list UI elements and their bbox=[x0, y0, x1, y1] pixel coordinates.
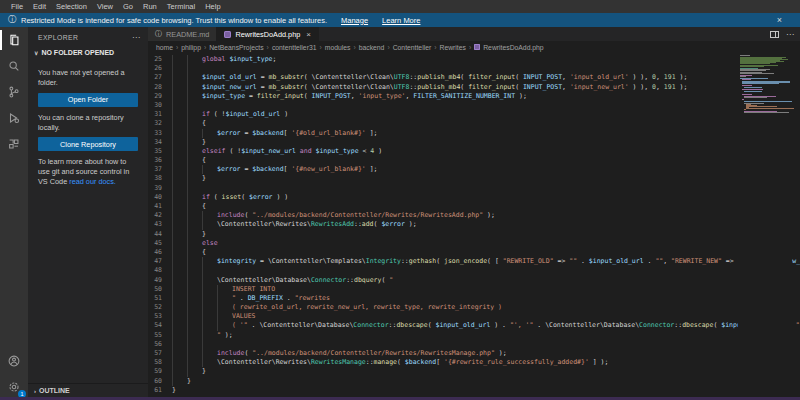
code-line[interactable]: 59} bbox=[148, 367, 800, 376]
read-our-docs-link[interactable]: read our docs. bbox=[69, 177, 116, 186]
menu-item-run[interactable]: Run bbox=[138, 0, 162, 13]
code-line[interactable]: 27$input_old_url = mb_substr( \Contentte… bbox=[148, 73, 800, 82]
menu-item-go[interactable]: Go bbox=[118, 0, 138, 13]
code-line[interactable]: 28$input_new_url = mb_substr( \Contentte… bbox=[148, 83, 800, 92]
breadcrumb-segment[interactable]: contentteller31 bbox=[272, 44, 317, 51]
chevron-right-icon: › bbox=[34, 388, 36, 394]
breadcrumb-segment[interactable]: Rewrites bbox=[439, 44, 465, 51]
code-line[interactable]: 43\Contentteller\Rewrites\RewritesAdd::a… bbox=[148, 220, 800, 229]
line-number: 48 bbox=[148, 266, 168, 275]
minimap-row bbox=[740, 70, 766, 71]
code-line[interactable]: 49\Contentteller\Database\Connector::dbq… bbox=[148, 276, 800, 285]
close-icon[interactable]: × bbox=[306, 30, 311, 39]
code-line[interactable]: 58\Contentteller\Rewrites\RewritesManage… bbox=[148, 358, 800, 367]
extensions-icon[interactable] bbox=[0, 131, 28, 157]
code-line[interactable]: 25global $input_type; bbox=[148, 55, 800, 64]
line-number: 44 bbox=[148, 230, 168, 239]
sidebar-more-actions-icon[interactable]: ⋯ bbox=[132, 33, 140, 42]
run-debug-icon[interactable] bbox=[0, 105, 28, 131]
editor-group: ⓘREADME.mdRewritesDoAdd.php× ⋯ home›phil… bbox=[148, 27, 800, 400]
manage-link[interactable]: Manage bbox=[341, 16, 368, 25]
banner-message: Restricted Mode is intended for safe cod… bbox=[21, 16, 327, 25]
breadcrumb-separator: › bbox=[469, 44, 471, 51]
minimap-row bbox=[740, 63, 770, 64]
code-line[interactable]: 54( '" . \Contentteller\Database\Connect… bbox=[148, 321, 800, 330]
menu-item-terminal[interactable]: Terminal bbox=[162, 0, 200, 13]
breadcrumb-segment[interactable]: Contentteller bbox=[393, 44, 432, 51]
minimap-row bbox=[744, 109, 746, 110]
learn-more-link[interactable]: Learn More bbox=[382, 16, 420, 25]
code-line[interactable]: 45else bbox=[148, 239, 800, 248]
outline-label: OUTLINE bbox=[39, 387, 70, 394]
code-line[interactable]: 57include( "../modules/backend/Contentte… bbox=[148, 349, 800, 358]
info-file-icon: ⓘ bbox=[155, 29, 162, 39]
source-control-icon[interactable] bbox=[0, 79, 28, 105]
code-line[interactable]: 51" . DB_PREFIX . "rewrites bbox=[148, 294, 800, 303]
code-line[interactable]: 40if ( isset( $error ) ) bbox=[148, 193, 800, 202]
menu-item-file[interactable]: File bbox=[6, 0, 28, 13]
code-line[interactable]: 30 bbox=[148, 101, 800, 110]
code-editor[interactable]: 25global $input_type;2627$input_old_url … bbox=[148, 53, 800, 400]
menu-item-edit[interactable]: Edit bbox=[28, 0, 51, 13]
tab-readme-md[interactable]: ⓘREADME.md bbox=[148, 27, 217, 41]
line-number: 40 bbox=[148, 193, 168, 202]
code-line[interactable]: 55" ); bbox=[148, 331, 800, 340]
php-icon bbox=[474, 44, 480, 50]
clone-repository-button[interactable]: Clone Repository bbox=[38, 137, 138, 151]
code-line[interactable]: 26 bbox=[148, 64, 800, 73]
code-line[interactable]: 29$input_type = filter_input( INPUT_POST… bbox=[148, 92, 800, 101]
code-line[interactable]: 34} bbox=[148, 138, 800, 147]
minimap-row bbox=[740, 66, 764, 67]
code-line[interactable]: 48 bbox=[148, 266, 800, 275]
code-line[interactable]: 32{ bbox=[148, 119, 800, 128]
breadcrumb-file[interactable]: RewritesDoAdd.php bbox=[483, 44, 543, 51]
breadcrumb-segment[interactable]: backend bbox=[359, 44, 385, 51]
line-number: 28 bbox=[148, 83, 168, 92]
code-line[interactable]: 44} bbox=[148, 230, 800, 239]
code-line[interactable]: 39 bbox=[148, 184, 800, 193]
menu-item-help[interactable]: Help bbox=[200, 0, 225, 13]
open-folder-button[interactable]: Open Folder bbox=[38, 93, 138, 107]
code-line[interactable]: 42include( "../modules/backend/Contentte… bbox=[148, 211, 800, 220]
code-line[interactable]: 36{ bbox=[148, 156, 800, 165]
line-number: 59 bbox=[148, 367, 168, 376]
code-line[interactable]: 35elseif ( !$input_new_url and $input_ty… bbox=[148, 147, 800, 156]
code-line[interactable]: 56 bbox=[148, 340, 800, 349]
code-line[interactable]: 50INSERT INTO bbox=[148, 285, 800, 294]
code-line[interactable]: 37$error = $backend[ '{#new_url_blank#}'… bbox=[148, 165, 800, 174]
code-line[interactable]: 61} bbox=[148, 386, 800, 395]
code-line[interactable]: 60} bbox=[148, 377, 800, 386]
code-line[interactable]: 38} bbox=[148, 174, 800, 183]
breadcrumb-segment[interactable]: modules bbox=[325, 44, 351, 51]
search-icon[interactable] bbox=[0, 53, 28, 79]
menu-item-selection[interactable]: Selection bbox=[51, 0, 92, 13]
split-editor-icon[interactable] bbox=[770, 31, 779, 38]
menu-bar: FileEditSelectionViewGoRunTerminalHelp bbox=[0, 0, 800, 13]
editor-more-actions-icon[interactable]: ⋯ bbox=[786, 30, 794, 39]
line-number: 50 bbox=[148, 285, 168, 294]
explorer-icon[interactable] bbox=[0, 27, 28, 53]
code-line[interactable]: 52( rewrite_old_url, rewrite_new_url, re… bbox=[148, 303, 800, 312]
line-number: 47 bbox=[148, 257, 168, 266]
code-line[interactable]: 46{ bbox=[148, 248, 800, 257]
code-line[interactable]: 41{ bbox=[148, 202, 800, 211]
minimap[interactable] bbox=[738, 55, 792, 400]
breadcrumb-segment[interactable]: philipp bbox=[181, 44, 201, 51]
breadcrumb-segment[interactable]: NetBeansProjects bbox=[209, 44, 263, 51]
line-number: 55 bbox=[148, 331, 168, 340]
activity-bar: 1 bbox=[0, 27, 28, 400]
breadcrumb-segment[interactable]: home bbox=[156, 44, 173, 51]
line-number: 36 bbox=[148, 156, 168, 165]
account-icon[interactable] bbox=[0, 348, 28, 374]
code-line[interactable]: 31if ( !$input_old_url ) bbox=[148, 110, 800, 119]
section-no-folder-opened[interactable]: ∨ NO FOLDER OPENED bbox=[28, 46, 148, 59]
line-number: 42 bbox=[148, 211, 168, 220]
menu-item-view[interactable]: View bbox=[92, 0, 118, 13]
code-line[interactable]: 47$integrity = \Contentteller\Templates\… bbox=[148, 257, 800, 266]
code-line[interactable]: 33$error = $backend[ '{#old_url_blank#}'… bbox=[148, 129, 800, 138]
tab-rewritesdoadd-php[interactable]: RewritesDoAdd.php× bbox=[217, 27, 319, 41]
code-line[interactable]: 53VALUES bbox=[148, 312, 800, 321]
outline-section-header[interactable]: › OUTLINE bbox=[28, 383, 148, 397]
line-number: 31 bbox=[148, 110, 168, 119]
banner-close-icon[interactable]: × bbox=[767, 15, 792, 25]
